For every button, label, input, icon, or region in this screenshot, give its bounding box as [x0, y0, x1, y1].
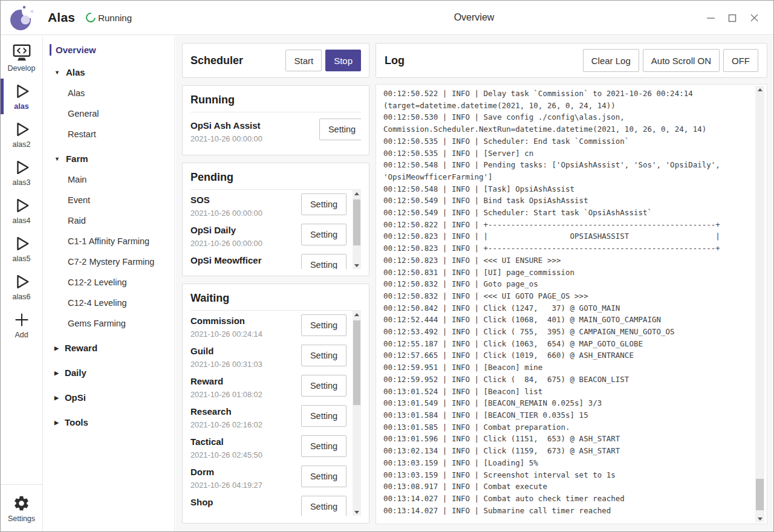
sidebar-item-c7-2-mystery-farming[interactable]: C7-2 Mystery Farming — [44, 251, 174, 272]
running-title: Running — [190, 94, 361, 106]
scroll-thumb[interactable] — [353, 199, 360, 245]
play-icon — [13, 81, 31, 101]
scroll-down-arrow[interactable] — [353, 508, 361, 516]
sidebar-group-opsi[interactable]: ▶OpSi — [44, 383, 174, 408]
task-name: OpSi Meowfficer Farming — [190, 255, 294, 269]
log-line: 00:13:08.917 | INFO | Combat execute — [383, 481, 752, 493]
log-line: 00:13:03.159 | INFO | [Loading] 5% — [383, 457, 752, 469]
task-setting-button[interactable]: Setting — [301, 193, 346, 215]
rail-item-label: Settings — [8, 514, 35, 523]
sidebar-group-tools[interactable]: ▶Tools — [44, 408, 174, 433]
task-name: Guild — [190, 345, 294, 357]
start-button[interactable]: Start — [285, 50, 322, 71]
minimize-button[interactable] — [700, 7, 721, 29]
close-button[interactable] — [743, 7, 765, 29]
task-sidebar: Overview ▼AlasAlasGeneralRestart▼FarmMai… — [44, 36, 175, 531]
sidebar-item-restart[interactable]: Restart — [44, 124, 174, 144]
scroll-thumb[interactable] — [353, 320, 360, 405]
sidebar-item-gems-farming[interactable]: Gems Farming — [44, 313, 174, 334]
gear-icon — [13, 493, 30, 513]
auto-scroll-off-button[interactable]: OFF — [723, 49, 758, 72]
log-line: 00:12:59.951 | INFO | [Beacon] mine — [383, 362, 752, 374]
running-card: Running OpSi Ash Assist2021-10-26 00:00:… — [182, 85, 369, 155]
scroll-up-arrow[interactable] — [353, 311, 361, 318]
sidebar-item-general[interactable]: General — [44, 103, 174, 124]
sidebar-item-raid[interactable]: Raid — [44, 210, 174, 231]
sidebar-item-alas[interactable]: Alas — [44, 83, 174, 103]
sidebar-group-alas[interactable]: ▼Alas — [44, 58, 174, 83]
log-line: 00:13:01.524 | INFO | [Beacon] list — [383, 386, 752, 398]
clear-log-button[interactable]: Clear Log — [583, 49, 639, 72]
app-window: Alas Running Overview Developalasalas2al… — [0, 0, 774, 532]
log-line: 00:12:50.530 | INFO | Save config ./conf… — [383, 111, 752, 123]
task-setting-button[interactable]: Setting — [301, 465, 346, 487]
task-setting-button[interactable]: Setting — [301, 435, 346, 457]
sidebar-group-daily[interactable]: ▶Daily — [44, 358, 174, 383]
scroll-down-arrow[interactable] — [353, 262, 361, 269]
close-icon — [750, 14, 758, 22]
scroll-up-arrow[interactable] — [353, 190, 361, 197]
sidebar-group-reward[interactable]: ▶Reward — [44, 334, 174, 358]
task-name: Tactical — [190, 436, 294, 448]
scroll-up-arrow[interactable] — [755, 86, 764, 93]
task-setting-button[interactable]: Setting — [301, 345, 346, 366]
pending-list: SOS2021-10-26 00:00:00SettingOpSi Daily2… — [190, 190, 361, 269]
log-lines: 00:12:50.522 | INFO | Delay task `Commis… — [376, 85, 767, 524]
log-line: 00:12:50.549 | INFO | Bind task OpsiAshA… — [383, 195, 752, 207]
task-setting-button[interactable]: Setting — [319, 118, 361, 140]
rail-item-alas6[interactable]: alas6 — [1, 268, 42, 306]
rail-item-develop[interactable]: Develop — [1, 39, 42, 77]
sidebar-group-label: Daily — [65, 368, 86, 378]
log-line: 00:12:50.549 | INFO | Scheduler: Start t… — [383, 207, 752, 219]
scroll-down-arrow[interactable] — [755, 515, 764, 522]
rail-item-settings[interactable]: Settings — [8, 490, 35, 528]
sidebar-item-c12-2-leveling[interactable]: C12-2 Leveling — [44, 272, 174, 293]
sidebar-item-overview[interactable]: Overview — [50, 44, 174, 56]
waiting-list: Commission2021-10-26 00:24:14SettingGuil… — [190, 311, 361, 516]
sidebar-item-c12-4-leveling[interactable]: C12-4 Leveling — [44, 293, 174, 313]
waiting-scrollbar[interactable] — [353, 311, 361, 516]
task-row-dorm: Dorm2021-10-26 04:19:27Setting — [190, 462, 348, 492]
log-view: 00:12:50.522 | INFO | Delay task `Commis… — [376, 84, 767, 524]
sidebar-group-farm[interactable]: ▼Farm — [44, 144, 174, 169]
rail-item-alas5[interactable]: alas5 — [1, 230, 42, 268]
scroll-thumb[interactable] — [756, 479, 764, 510]
rail-item-alas2[interactable]: alas2 — [1, 115, 42, 154]
log-line: 00:13:01.585 | INFO | Combat preparation… — [383, 421, 752, 433]
scheduler-status: Running — [86, 13, 132, 23]
pending-card: Pending SOS2021-10-26 00:00:00SettingOpS… — [182, 163, 369, 276]
auto-scroll-on-button[interactable]: Auto Scroll ON — [643, 49, 720, 72]
sidebar-item-c1-1-affinity-farming[interactable]: C1-1 Affinity Farming — [44, 231, 174, 251]
sidebar-item-event[interactable]: Event — [44, 190, 174, 210]
maximize-icon — [728, 14, 737, 22]
task-name: Commission — [190, 315, 294, 327]
log-line: 00:13:14.027 | INFO | Submarine call tim… — [383, 505, 752, 517]
log-line: 00:12:59.952 | INFO | Click ( 84, 675) @… — [383, 374, 752, 386]
stop-button[interactable]: Stop — [325, 50, 361, 71]
pending-task-rows: SOS2021-10-26 00:00:00SettingOpSi Daily2… — [190, 190, 348, 269]
task-setting-button[interactable]: Setting — [301, 314, 346, 336]
pending-scrollbar[interactable] — [353, 190, 361, 269]
sidebar-group-label: Farm — [66, 154, 88, 164]
log-line: 00:12:57.665 | INFO | Click (1019, 660) … — [383, 349, 752, 362]
scheduler-title: Scheduler — [190, 54, 285, 67]
log-scrollbar[interactable] — [755, 86, 764, 522]
task-setting-button[interactable]: Setting — [301, 224, 346, 245]
task-setting-button[interactable]: Setting — [301, 254, 346, 269]
maximize-button[interactable] — [721, 7, 743, 29]
triangle-right-icon: ▶ — [54, 420, 59, 426]
rail-item-add[interactable]: Add — [1, 306, 42, 344]
task-setting-button[interactable]: Setting — [301, 496, 346, 516]
sidebar-item-main[interactable]: Main — [44, 169, 174, 190]
rail-item-alas[interactable]: alas — [1, 77, 42, 115]
running-task-rows: OpSi Ash Assist2021-10-26 00:00:00Settin… — [190, 112, 361, 149]
plus-icon — [13, 310, 30, 329]
rail-item-alas4[interactable]: alas4 — [1, 192, 42, 230]
scheduler-buttons: Start Stop — [285, 50, 361, 71]
rail-item-label: alas — [14, 102, 28, 111]
status-label: Running — [98, 13, 132, 23]
rail-item-alas3[interactable]: alas3 — [1, 154, 42, 192]
rail-items: Developalasalas2alas3alas4alas5alas6Add — [1, 36, 42, 344]
task-setting-button[interactable]: Setting — [301, 375, 346, 397]
task-setting-button[interactable]: Setting — [301, 405, 346, 427]
